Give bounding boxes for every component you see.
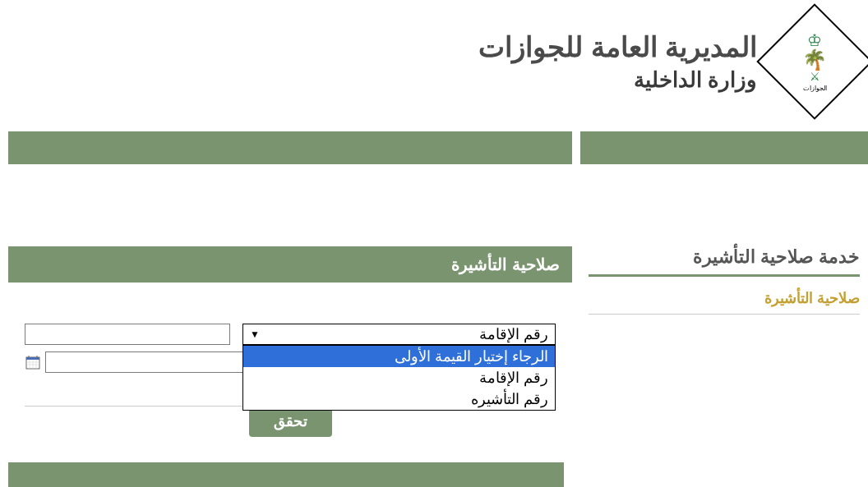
id-type-select[interactable]: رقم الإقامة ▼ الرجاء إختيار القيمة الأول… xyxy=(242,324,556,345)
svg-rect-1 xyxy=(26,357,39,360)
nav-bars xyxy=(0,131,868,164)
header-subtitle: وزارة الداخلية xyxy=(478,67,757,93)
calendar-icon[interactable] xyxy=(25,354,41,370)
chevron-down-icon: ▼ xyxy=(250,328,260,340)
logo: ♔ 🌴 ⚔ الجوازات xyxy=(769,16,860,107)
dropdown-option-visa[interactable]: رقم التأشيره xyxy=(243,388,555,410)
palm-icon: 🌴 xyxy=(802,50,827,70)
page-header: ♔ 🌴 ⚔ الجوازات المديرية العامة للجوازات … xyxy=(0,0,868,123)
crown-icon: ♔ xyxy=(807,32,822,48)
id-number-input[interactable] xyxy=(25,324,230,345)
date-input[interactable] xyxy=(45,351,251,373)
form-header: صلاحية التأشيرة xyxy=(8,246,572,283)
header-title: المديرية العامة للجوازات xyxy=(478,30,757,64)
sidebar: خدمة صلاحية التأشيرة صلاحية التأشيرة xyxy=(580,246,868,453)
nav-bar-sidebar xyxy=(580,131,868,164)
service-title: خدمة صلاحية التأشيرة xyxy=(589,246,860,277)
dropdown-option-iqama[interactable]: رقم الإقامة xyxy=(243,367,555,388)
nav-bar-main xyxy=(8,131,572,164)
form-section: صلاحية التأشيرة رقم الإقامة ▼ الرجاء إخت… xyxy=(8,246,572,453)
swords-icon: ⚔ xyxy=(810,70,820,83)
dropdown-option-placeholder[interactable]: الرجاء إختيار القيمة الأولى xyxy=(243,346,555,367)
sidebar-link-visa-validity[interactable]: صلاحية التأشيرة xyxy=(589,289,860,315)
logo-label: الجوازات xyxy=(803,85,827,92)
dropdown-list: الرجاء إختيار القيمة الأولى رقم الإقامة … xyxy=(242,345,556,411)
footer-bar xyxy=(8,462,564,487)
select-value: رقم الإقامة xyxy=(479,325,548,343)
